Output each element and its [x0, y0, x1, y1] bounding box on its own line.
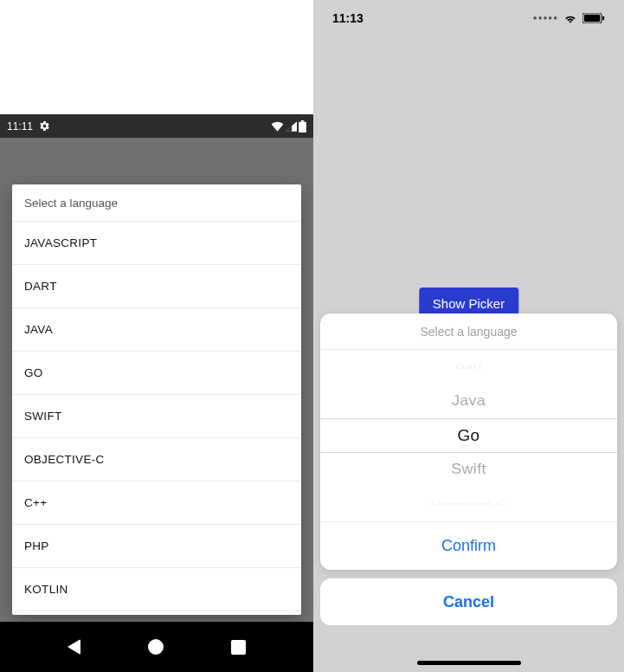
wheel-item-label: Swift	[451, 462, 486, 477]
android-screen: 11:11 Select a language Javascript Dart …	[0, 0, 313, 672]
wheel-item-label: Dart	[455, 364, 482, 371]
list-item[interactable]: Kotlin	[12, 567, 301, 611]
list-item-label: Dart	[24, 280, 57, 293]
android-blank-area	[0, 0, 313, 114]
cancel-button[interactable]: Cancel	[320, 578, 617, 625]
wifi-icon	[563, 13, 577, 23]
language-list: Javascript Dart Java Go Swift Objective-…	[12, 221, 301, 615]
list-item[interactable]: Objective-C	[12, 437, 301, 481]
wheel-item-label: Objective-C	[431, 501, 506, 507]
wifi-icon	[271, 121, 284, 132]
wheel-item-label: Java	[452, 393, 486, 409]
confirm-button[interactable]: Confirm	[320, 521, 617, 570]
svg-rect-1	[301, 120, 305, 122]
cellular-icon: ●●●●●	[533, 14, 558, 22]
ios-screen: 11:13 ●●●●● Show Picker Select a languag…	[313, 0, 624, 672]
svg-rect-0	[299, 121, 306, 132]
wheel-item[interactable]: Swift	[451, 455, 486, 485]
ios-status-time: 11:13	[332, 11, 363, 25]
list-item-label: PHP	[24, 540, 49, 552]
android-status-time: 11:11	[7, 120, 33, 132]
back-button[interactable]	[68, 639, 80, 655]
list-item[interactable]: C++	[12, 481, 301, 524]
android-nav-bar	[0, 622, 313, 672]
android-body: Select a language Javascript Dart Java G…	[0, 138, 313, 622]
home-indicator[interactable]	[417, 661, 521, 665]
sheet-title: Select a language	[320, 313, 617, 350]
svg-rect-4	[602, 16, 604, 20]
settings-icon	[39, 120, 50, 132]
list-item-label: Swift	[24, 410, 62, 423]
list-item[interactable]: PHP	[12, 524, 301, 567]
battery-icon	[582, 13, 605, 23]
list-item-label: Java	[24, 323, 53, 336]
list-item-label: Kotlin	[24, 583, 68, 596]
wheel-item[interactable]: Objective-C	[431, 496, 506, 512]
battery-icon	[299, 120, 306, 132]
home-button[interactable]	[148, 639, 164, 655]
list-item-label: Objective-C	[24, 453, 105, 466]
list-item[interactable]: Javascript	[12, 221, 301, 264]
android-bottom-sheet: Select a language Javascript Dart Java G…	[12, 184, 301, 615]
recents-button[interactable]	[231, 640, 246, 655]
ios-action-sheet: Select a language Dart Java Go Swift Obj…	[320, 313, 617, 570]
list-item-label: C++	[24, 496, 47, 509]
list-item-label: Go	[24, 366, 43, 379]
svg-rect-3	[584, 14, 600, 21]
wheel-item[interactable]: Dart	[455, 359, 482, 375]
ios-status-bar: 11:13 ●●●●●	[313, 0, 624, 30]
list-item[interactable]: Swift	[12, 394, 301, 437]
sheet-title: Select a language	[12, 184, 301, 221]
picker-selection-indicator	[320, 418, 617, 453]
picker-wheel[interactable]: Dart Java Go Swift Objective-C	[320, 350, 617, 521]
wheel-item[interactable]: Java	[452, 386, 486, 417]
list-item[interactable]: Java	[12, 307, 301, 351]
signal-icon	[286, 121, 297, 132]
list-item[interactable]: C#	[12, 611, 301, 615]
list-item[interactable]: Go	[12, 351, 301, 394]
list-item-label: Javascript	[24, 236, 97, 249]
list-item[interactable]: Dart	[12, 264, 301, 307]
android-status-bar: 11:11	[0, 114, 313, 138]
